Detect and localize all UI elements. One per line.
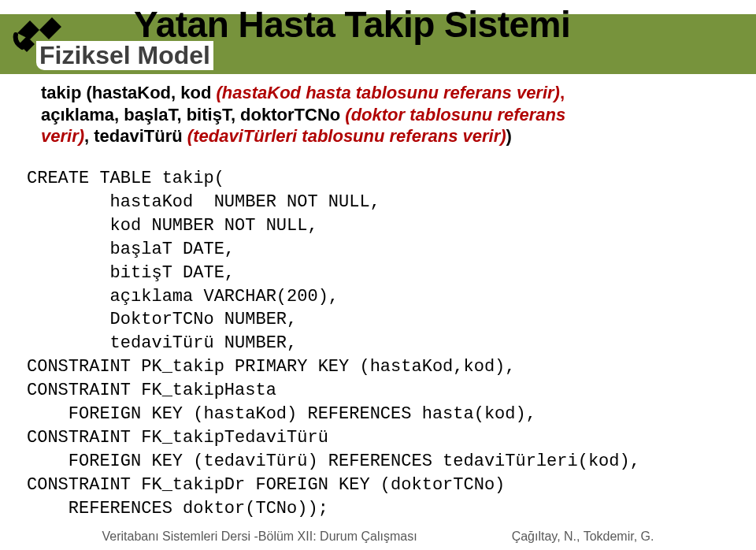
- code-line: başlaT DATE,: [27, 240, 235, 259]
- notation-lead: takip (hastaKod, kod: [41, 83, 216, 102]
- footer-left: Veritabanı Sistemleri Dersi -Bölüm XII: …: [102, 530, 417, 543]
- code-line: tedaviTürü NUMBER,: [27, 333, 297, 353]
- code-line: REFERENCES doktor(TCNo));: [27, 499, 328, 518]
- footer-right: Çağıltay, N., Tokdemir, G.: [512, 530, 654, 543]
- notation-text: takip (hastaKod, kod (hastaKod hasta tab…: [41, 82, 715, 147]
- notation-close: ): [506, 126, 512, 146]
- code-line: hastaKod NUMBER NOT NULL,: [27, 192, 380, 212]
- footer: Veritabanı Sistemleri Dersi -Bölüm XII: …: [0, 530, 756, 544]
- notation-ref1: (hastaKod hasta tablosunu referans verir…: [216, 83, 559, 102]
- notation-ref3: (tedaviTürleri tablosunu referans verir): [187, 126, 506, 146]
- code-line: CREATE TABLE takip(: [27, 169, 224, 188]
- code-line: CONSTRAINT PK_takip PRIMARY KEY (hastaKo…: [27, 357, 516, 377]
- notation-ref2b: verir): [41, 126, 84, 146]
- code-line: bitişT DATE,: [27, 263, 235, 283]
- slide-subtitle: Fiziksel Model: [36, 41, 213, 70]
- sql-code: CREATE TABLE takip( hastaKod NUMBER NOT …: [27, 167, 640, 521]
- notation-comma1: ,: [560, 83, 565, 102]
- code-line: DoktorTCNo NUMBER,: [27, 310, 297, 329]
- relation-notation: takip (hastaKod, kod (hastaKod hasta tab…: [38, 79, 718, 147]
- code-line: FOREIGN KEY (tedaviTürü) REFERENCES teda…: [27, 452, 640, 471]
- code-line: açıklama VARCHAR(200),: [27, 287, 339, 307]
- code-line: FOREIGN KEY (hastaKod) REFERENCES hasta(…: [27, 404, 536, 424]
- code-line: kod NUMBER NOT NULL,: [27, 216, 318, 236]
- code-line: CONSTRAINT FK_takipTedaviTürü: [27, 428, 328, 448]
- notation-ref2a: (doktor tablosunu referans: [345, 105, 565, 124]
- slide-title: Yatan Hasta Takip Sistemi: [134, 3, 570, 46]
- notation-line2: açıklama, başlaT, bitişT, doktorTCNo: [41, 105, 345, 124]
- code-line: CONSTRAINT FK_takipHasta: [27, 381, 276, 400]
- code-line: CONSTRAINT FK_takipDr FOREIGN KEY (dokto…: [27, 475, 505, 495]
- notation-mid: , tedaviTürü: [84, 126, 187, 146]
- slide: Yatan Hasta Takip Sistemi Fiziksel Model…: [0, 0, 756, 550]
